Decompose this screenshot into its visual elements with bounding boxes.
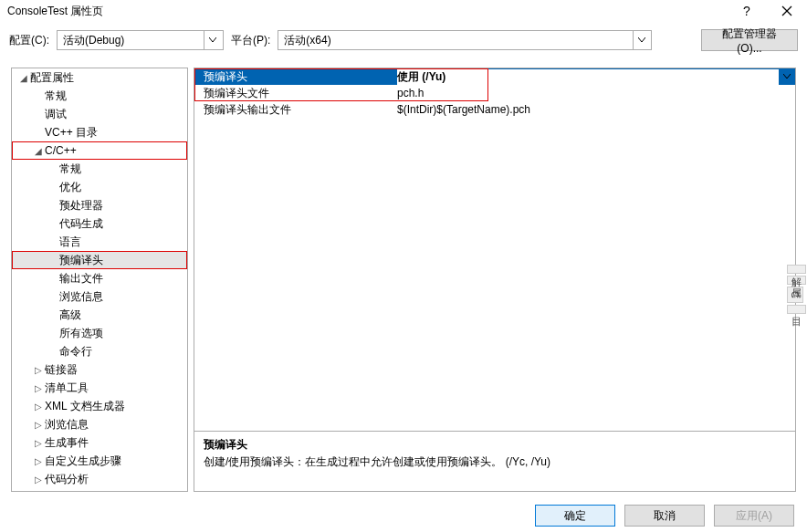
collapse-icon[interactable]: ◢: [32, 146, 45, 156]
tree-item-label: 代码分析: [45, 472, 89, 487]
tree-item-label: 所有选项: [59, 326, 103, 341]
close-button[interactable]: [767, 0, 807, 22]
tree-item-label: 浏览信息: [59, 289, 103, 305]
tree-item-label: 预处理器: [59, 198, 103, 214]
tree-item-label: 输出文件: [59, 271, 103, 287]
property-row[interactable]: 预编译头使用 (/Yu): [194, 68, 795, 85]
tree-item[interactable]: ◢配置属性: [12, 68, 187, 87]
tree-item-label: 优化: [59, 180, 81, 195]
tree-item[interactable]: 调试: [12, 105, 187, 123]
chevron-down-icon[interactable]: [779, 74, 795, 79]
tree-item[interactable]: ▷生成事件: [12, 433, 187, 452]
docked-tab[interactable]: 属: [787, 276, 806, 285]
tree-item[interactable]: 所有选项: [12, 324, 187, 342]
tree-item-label: 命令行: [59, 344, 92, 360]
tree-item[interactable]: 代码生成: [12, 214, 187, 233]
tree-item[interactable]: ▷XML 文档生成器: [12, 397, 187, 415]
expand-icon[interactable]: ▷: [32, 365, 45, 375]
nav-tree: ◢配置属性常规调试VC++ 目录◢C/C++常规优化预处理器代码生成语言预编译头…: [12, 68, 187, 488]
property-pane: 预编译头使用 (/Yu)预编译头文件pch.h预编译头输出文件$(IntDir)…: [194, 68, 796, 492]
tree-item[interactable]: 预处理器: [12, 196, 187, 214]
tree-item[interactable]: 输出文件: [12, 269, 187, 287]
property-value[interactable]: $(IntDir)$(TargetName).pch: [397, 103, 795, 116]
tree-item[interactable]: 命令行: [12, 342, 187, 360]
property-value[interactable]: 使用 (/Yu): [397, 69, 779, 85]
close-icon: [781, 5, 792, 16]
tree-item[interactable]: ▷清单工具: [12, 379, 187, 397]
tree-item[interactable]: ▷自定义生成步骤: [12, 452, 187, 470]
chevron-down-icon[interactable]: [204, 31, 220, 49]
config-combo[interactable]: [57, 30, 224, 50]
docked-tab[interactable]: C: [787, 287, 803, 303]
tree-item-label: 清单工具: [45, 381, 89, 396]
config-label: 配置(C):: [9, 33, 49, 48]
tree-item-label: 预编译头: [59, 253, 103, 268]
title-bar: ConsoleTest 属性页 ?: [0, 0, 807, 22]
property-row[interactable]: 预编译头输出文件$(IntDir)$(TargetName).pch: [194, 101, 795, 118]
tree-pane[interactable]: ◢配置属性常规调试VC++ 目录◢C/C++常规优化预处理器代码生成语言预编译头…: [11, 68, 188, 492]
tree-item[interactable]: 常规: [12, 87, 187, 105]
apply-button[interactable]: 应用(A): [714, 505, 794, 527]
collapse-icon[interactable]: ◢: [17, 73, 30, 83]
tree-item-label: 语言: [59, 235, 81, 250]
tree-item[interactable]: ▷代码分析: [12, 470, 187, 488]
description-body: 创建/使用预编译头：在生成过程中允许创建或使用预编译头。 (/Yc, /Yu): [204, 454, 786, 470]
expand-icon[interactable]: ▷: [32, 456, 45, 466]
property-name: 预编译头输出文件: [194, 102, 397, 118]
tree-item[interactable]: 优化: [12, 178, 187, 196]
main-area: ◢配置属性常规调试VC++ 目录◢C/C++常规优化预处理器代码生成语言预编译头…: [11, 68, 796, 492]
property-value[interactable]: pch.h: [397, 87, 795, 99]
docked-tool-tabs: 解 属 C 目: [787, 265, 807, 316]
tree-item-label: C/C++: [45, 144, 77, 157]
docked-tab[interactable]: 目: [787, 305, 806, 314]
tree-item-label: 链接器: [45, 362, 78, 378]
tree-item-label: 配置属性: [30, 70, 74, 86]
config-combo-input[interactable]: [58, 31, 204, 49]
tree-item-label: 自定义生成步骤: [45, 454, 121, 469]
docked-tab[interactable]: 解: [787, 265, 806, 274]
toolbar: 配置(C): 平台(P): 配置管理器(O)...: [0, 22, 807, 58]
dialog-footer: 确定 取消 应用(A): [535, 505, 794, 527]
description-title: 预编译头: [204, 437, 786, 453]
tree-item[interactable]: ▷浏览信息: [12, 415, 187, 433]
tree-item[interactable]: 浏览信息: [12, 287, 187, 306]
config-manager-button[interactable]: 配置管理器(O)...: [701, 29, 798, 51]
tree-item-label: 代码生成: [59, 216, 103, 232]
property-name: 预编译头文件: [194, 86, 397, 101]
platform-combo-input[interactable]: [278, 31, 633, 49]
help-button[interactable]: ?: [727, 0, 767, 22]
expand-icon[interactable]: ▷: [32, 402, 45, 412]
tree-item-label: 常规: [45, 89, 67, 104]
tree-item[interactable]: ◢C/C++: [12, 141, 187, 160]
property-name: 预编译头: [194, 69, 397, 85]
tree-item-label: XML 文档生成器: [45, 399, 125, 414]
tree-item-label: 调试: [45, 107, 67, 122]
tree-item-label: 生成事件: [45, 435, 89, 451]
description-box: 预编译头 创建/使用预编译头：在生成过程中允许创建或使用预编译头。 (/Yc, …: [194, 431, 795, 491]
tree-item-label: VC++ 目录: [45, 125, 98, 141]
platform-label: 平台(P):: [231, 33, 270, 48]
expand-icon[interactable]: ▷: [32, 475, 45, 485]
tree-item[interactable]: VC++ 目录: [12, 123, 187, 141]
tree-item[interactable]: 常规: [12, 160, 187, 178]
chevron-down-icon[interactable]: [633, 31, 649, 49]
tree-item[interactable]: 语言: [12, 233, 187, 251]
tree-item-label: 常规: [59, 162, 81, 177]
expand-icon[interactable]: ▷: [32, 420, 45, 430]
expand-icon[interactable]: ▷: [32, 383, 45, 393]
cancel-button[interactable]: 取消: [624, 505, 705, 527]
tree-item[interactable]: 预编译头: [12, 251, 187, 269]
property-row[interactable]: 预编译头文件pch.h: [194, 85, 795, 101]
ok-button[interactable]: 确定: [535, 505, 615, 527]
tree-item[interactable]: ▷链接器: [12, 360, 187, 379]
property-grid[interactable]: 预编译头使用 (/Yu)预编译头文件pch.h预编译头输出文件$(IntDir)…: [194, 68, 795, 431]
tree-item-label: 高级: [59, 308, 81, 323]
window-title: ConsoleTest 属性页: [7, 4, 727, 19]
platform-combo[interactable]: [278, 30, 652, 50]
tree-item[interactable]: 高级: [12, 306, 187, 324]
tree-item-label: 浏览信息: [45, 417, 89, 433]
expand-icon[interactable]: ▷: [32, 438, 45, 448]
